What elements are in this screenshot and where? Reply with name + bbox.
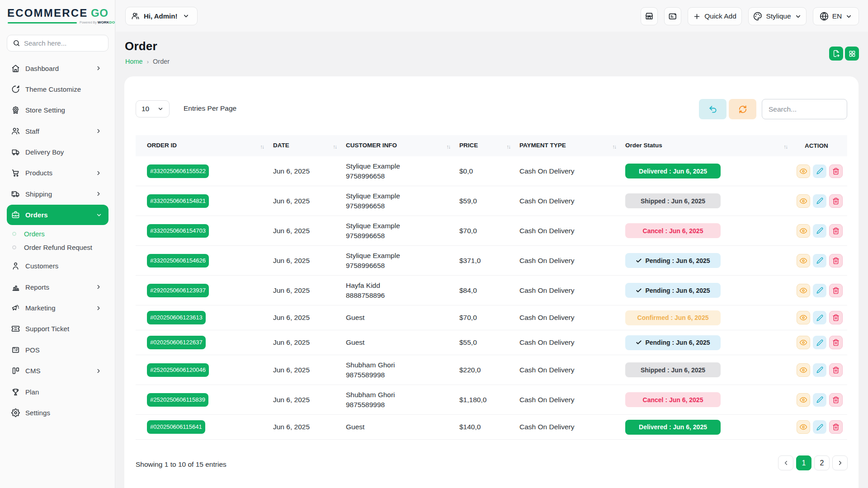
svg-text:GO: GO (91, 8, 108, 18)
svg-text:ECOMMERCE: ECOMMERCE (8, 8, 88, 18)
